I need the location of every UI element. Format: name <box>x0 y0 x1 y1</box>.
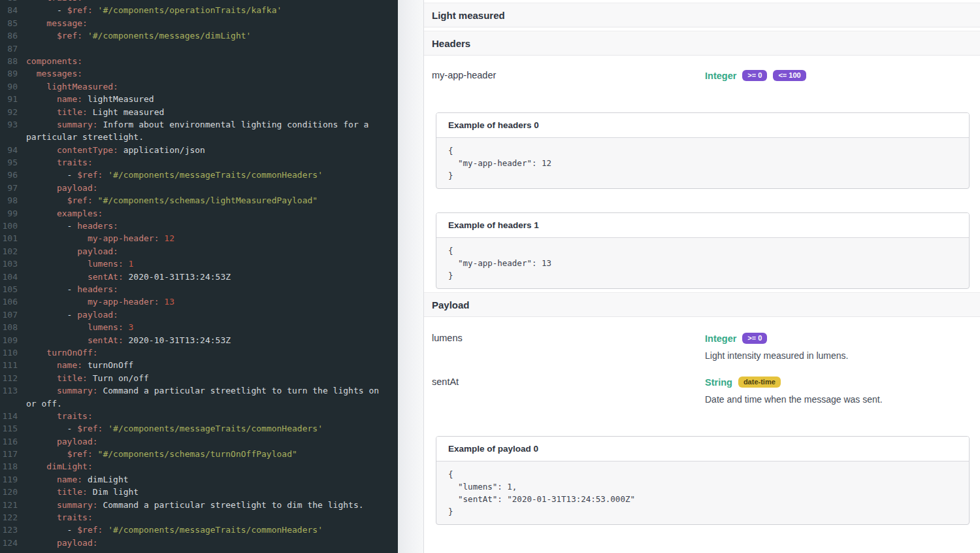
code-text: sentAt: 2020-01-31T13:24:53Z <box>26 271 231 283</box>
code-line: 87 <box>0 42 398 55</box>
code-line: 114 traits: <box>0 410 398 422</box>
property-type: Integer <box>705 71 736 81</box>
line-number: 118 <box>0 460 18 473</box>
property-description: Light intensity measured in lumens. <box>705 350 975 361</box>
code-line: 112 title: Turn on/off <box>0 372 398 384</box>
yaml-plain: or off. <box>26 399 62 409</box>
yaml-plain: - <box>26 284 77 294</box>
yaml-plain: - <box>26 424 77 433</box>
code-text: payload: <box>26 182 98 194</box>
yaml-key: $ref: <box>67 5 93 15</box>
yaml-plain <box>26 195 67 205</box>
line-number: 121 <box>0 499 18 511</box>
example-title: Example of payload 0 <box>436 437 969 461</box>
yaml-key: examples: <box>26 209 103 218</box>
code-text: payload: <box>26 435 98 448</box>
line-number: 124 <box>0 537 18 549</box>
code-line: 92 title: Light measured <box>0 106 398 118</box>
property-description: Date and time when the message was sent. <box>705 394 975 405</box>
code-text: message: <box>26 17 88 29</box>
docs-panel: Light measured Headers my-app-headerInte… <box>423 0 980 553</box>
line-number: 114 <box>0 410 18 422</box>
yaml-key: sentAt: <box>26 335 123 345</box>
headers-section-bar: Headers <box>424 31 980 56</box>
line-number <box>0 131 18 143</box>
yaml-plain: dimLight <box>82 475 128 484</box>
line-number: 120 <box>0 486 18 498</box>
yaml-key: $ref: <box>67 449 93 459</box>
code-text: particular streetlight. <box>26 131 144 143</box>
code-line: 90 lightMeasured: <box>0 80 398 93</box>
headers-section: my-app-headerInteger>= 0<= 100 Example o… <box>424 56 980 289</box>
yaml-key: turnOnOff: <box>26 348 98 358</box>
yaml-plain: Light measured <box>88 107 164 117</box>
yaml-key: $ref: <box>57 31 82 41</box>
code-line: 118 dimLight: <box>0 460 398 473</box>
code-line: 106 my-app-header: 13 <box>0 295 398 308</box>
code-text: $ref: "#/components/schemas/lightMeasure… <box>26 194 318 207</box>
example-code: { "my-app-header": 13 } <box>436 238 969 288</box>
code-text: $ref: '#/components/messages/dimLight' <box>26 29 251 42</box>
code-line: 121 summary: Command a particular street… <box>0 499 398 511</box>
payload-section-title: Payload <box>432 299 470 310</box>
payload-examples: Example of payload 0{ "lumens": 1, "sent… <box>436 436 970 525</box>
headers-properties: my-app-headerInteger>= 0<= 100 <box>429 56 975 81</box>
line-number: 87 <box>0 42 18 55</box>
property-name: my-app-header <box>432 70 705 81</box>
panel-splitter[interactable] <box>398 0 423 553</box>
example-box: Example of headers 0{ "my-app-header": 1… <box>436 112 970 189</box>
code-line: 93 summary: Inform about environmental l… <box>0 118 398 131</box>
line-number: 86 <box>0 29 18 42</box>
code-line: 107 - payload: <box>0 309 398 321</box>
property-type-line: Stringdate-time <box>705 377 975 388</box>
code-text: dimLight: <box>26 460 93 473</box>
yaml-key: $ref: <box>77 424 103 433</box>
code-text: my-app-header: 12 <box>26 232 174 244</box>
code-line: 100 - headers: <box>0 220 398 232</box>
yaml-key: lumens: <box>26 259 123 269</box>
property-row: sentAtStringdate-timeDate and time when … <box>429 361 975 405</box>
yaml-plain: - <box>26 170 77 180</box>
line-number: 101 <box>0 232 18 244</box>
code-text: $ref: "#/components/schemas/turnOnOffPay… <box>26 448 297 460</box>
example-title: Example of headers 1 <box>436 213 969 238</box>
yaml-key: payload: <box>26 437 98 446</box>
code-line: 94 contentType: application/json <box>0 144 398 156</box>
yaml-key: lumens: <box>26 322 123 332</box>
property-details: Integer>= 0<= 100 <box>705 70 975 81</box>
code-line: 102 payload: <box>0 245 398 258</box>
code-text: components: <box>26 55 82 67</box>
line-number: 122 <box>0 511 18 524</box>
code-lines: 83 traits:84 - $ref: '#/components/opera… <box>0 0 398 549</box>
yaml-key: title: <box>26 107 88 117</box>
line-number: 107 <box>0 309 18 321</box>
line-number: 116 <box>0 435 18 448</box>
code-line: 88components: <box>0 55 398 67</box>
yaml-key: payload: <box>77 310 118 320</box>
code-text: payload: <box>26 537 98 549</box>
code-line: 109 sentAt: 2020-10-31T13:24:53Z <box>0 334 398 346</box>
code-text: title: Dim light <box>26 486 139 498</box>
yaml-number: 1 <box>129 259 134 269</box>
yaml-key: lightMeasured: <box>26 82 118 92</box>
property-type-line: Integer>= 0<= 100 <box>705 70 975 81</box>
yaml-plain: - <box>26 221 77 231</box>
code-line: 85 message: <box>0 17 398 29</box>
code-editor[interactable]: 83 traits:84 - $ref: '#/components/opera… <box>0 0 398 553</box>
code-line: 103 lumens: 1 <box>0 258 398 270</box>
line-number: 110 <box>0 346 18 359</box>
line-number: 123 <box>0 524 18 536</box>
line-number: 91 <box>0 93 18 105</box>
code-text: - headers: <box>26 220 118 232</box>
yaml-plain: application/json <box>118 145 205 155</box>
yaml-string: "#/components/schemas/lightMeasuredPaylo… <box>98 195 318 205</box>
line-number: 112 <box>0 372 18 384</box>
line-number: 117 <box>0 448 18 460</box>
code-line: 99 examples: <box>0 207 398 220</box>
code-text: title: Light measured <box>26 106 164 118</box>
yaml-string: "#/components/schemas/turnOnOffPayload" <box>98 449 297 459</box>
line-number: 106 <box>0 295 18 308</box>
code-line: 95 traits: <box>0 156 398 169</box>
code-line: 96 - $ref: '#/components/messageTraits/c… <box>0 169 398 181</box>
property-type: String <box>705 377 732 388</box>
